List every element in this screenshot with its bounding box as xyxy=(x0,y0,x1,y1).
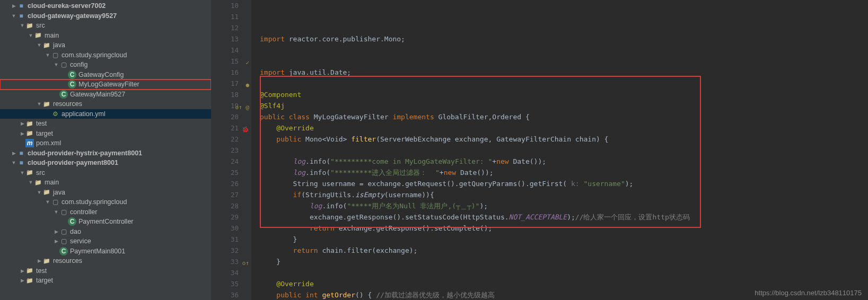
tree-arrow-icon[interactable]: ▼ xyxy=(36,190,42,195)
gutter-mark-icon: ● xyxy=(246,80,249,91)
tree-item[interactable]: ▶cloud-eureka-server7002 xyxy=(0,1,211,11)
line-number: 29 xyxy=(211,211,239,223)
tree-item[interactable]: GatewayConfig xyxy=(0,70,211,80)
line-number: 31 xyxy=(211,234,239,245)
code-line[interactable]: log.info("*********come in MyLogGateWayF… xyxy=(260,156,868,167)
tree-item[interactable]: ▼controller xyxy=(0,207,211,217)
tree-item[interactable]: ▶cloud-provider-hystrix-payment8001 xyxy=(0,148,211,158)
tree-label: dao xyxy=(70,228,81,235)
code-line[interactable]: return chain.filter(exchange); xyxy=(260,245,868,256)
tree-item[interactable]: ▼main xyxy=(0,178,211,188)
tree-item[interactable]: ▼java xyxy=(0,188,211,198)
code-line[interactable]: public Mono<Void> filter(ServerWebExchan… xyxy=(260,134,868,145)
tree-label: resources xyxy=(53,100,82,108)
line-number: 18 xyxy=(211,89,239,100)
code-line[interactable]: exchange.getResponse().setStatusCode(Htt… xyxy=(260,211,868,223)
folder-icon xyxy=(42,41,51,49)
tree-item[interactable]: ▶resources xyxy=(0,256,211,266)
tree-arrow-icon[interactable]: ▼ xyxy=(19,23,25,28)
tree-item[interactable]: PaymentController xyxy=(0,217,211,227)
tree-item[interactable]: ▼resources xyxy=(0,99,211,109)
tree-label: main xyxy=(45,32,59,39)
tree-arrow-icon[interactable]: ▼ xyxy=(53,209,59,215)
line-number: 30 xyxy=(211,223,239,234)
tree-item[interactable]: ▶dao xyxy=(0,227,211,237)
tree-item[interactable]: ▶test xyxy=(0,266,211,276)
tree-label: com.study.springcloud xyxy=(62,51,127,59)
code-line[interactable] xyxy=(260,145,868,156)
code-line[interactable] xyxy=(260,267,868,278)
code-line[interactable]: } xyxy=(260,256,868,267)
tree-item[interactable]: ▼cloud-gateway-gateway9527 xyxy=(0,11,211,21)
tree-label: java xyxy=(53,189,65,196)
tree-item[interactable]: GatewayMain9527 xyxy=(0,90,211,100)
code-editor[interactable]: 101112131415✓1617●1819o↑ @2021🐞222324252… xyxy=(211,0,868,300)
code-line[interactable]: String username = exchange.getRequest().… xyxy=(260,178,868,189)
code-line[interactable] xyxy=(260,56,868,67)
tree-arrow-icon[interactable]: ▶ xyxy=(19,278,25,283)
class-icon xyxy=(68,217,76,226)
tree-arrow-icon[interactable]: ▼ xyxy=(11,160,17,165)
tree-arrow-icon[interactable]: ▶ xyxy=(19,121,25,126)
tree-arrow-icon[interactable]: ▶ xyxy=(36,258,42,263)
tree-arrow-icon[interactable]: ▼ xyxy=(28,33,34,38)
tree-arrow-icon[interactable]: ▼ xyxy=(28,180,34,185)
code-line[interactable]: } xyxy=(260,234,868,245)
line-number: 20 xyxy=(211,111,239,122)
code-line[interactable] xyxy=(260,45,868,56)
tree-item[interactable]: ▼src xyxy=(0,21,211,31)
code-line[interactable]: @Component xyxy=(260,89,868,100)
tree-item[interactable]: ▼java xyxy=(0,40,211,50)
tree-item[interactable]: ▼main xyxy=(0,31,211,41)
tree-arrow-icon[interactable]: ▶ xyxy=(53,229,59,234)
code-line[interactable]: @Override xyxy=(260,278,868,289)
code-line[interactable]: import java.util.Date; xyxy=(260,67,868,78)
code-area[interactable]: import reactor.core.publisher.Mono;impor… xyxy=(251,0,868,300)
folder-icon xyxy=(34,31,42,40)
line-number: 23 xyxy=(211,145,239,156)
tree-item[interactable]: MyLogGatewayFilter xyxy=(0,80,211,90)
tree-arrow-icon[interactable]: ▼ xyxy=(53,62,59,67)
tree-item[interactable]: ▶target xyxy=(0,276,211,286)
tree-item[interactable]: ▶service xyxy=(0,236,211,246)
tree-arrow-icon[interactable]: ▶ xyxy=(19,131,25,136)
tree-arrow-icon[interactable]: ▶ xyxy=(11,3,17,8)
code-line[interactable]: public class MyLogGatewayFilter implemen… xyxy=(260,111,868,122)
code-line[interactable]: log.info("*********进入全局过滤器： "+new Date()… xyxy=(260,167,868,178)
tree-item[interactable]: pom.xml xyxy=(0,138,211,148)
tree-item[interactable]: ▼src xyxy=(0,168,211,178)
tree-item[interactable]: application.yml xyxy=(0,109,211,119)
tree-arrow-icon[interactable]: ▼ xyxy=(11,13,17,19)
mod-icon xyxy=(17,149,25,157)
line-number: 22 xyxy=(211,134,239,145)
folder-icon xyxy=(25,119,34,128)
tree-arrow-icon[interactable]: ▼ xyxy=(36,101,42,107)
tree-label: test xyxy=(36,267,47,275)
tree-item[interactable]: ▶target xyxy=(0,129,211,139)
line-number: 11 xyxy=(211,11,239,22)
code-line[interactable]: import reactor.core.publisher.Mono; xyxy=(260,33,868,45)
tree-item[interactable]: ▼com.study.springcloud xyxy=(0,197,211,207)
tree-item[interactable]: ▶test xyxy=(0,119,211,129)
code-line[interactable]: @Override xyxy=(260,122,868,134)
tree-item[interactable]: PaymentMain8001 xyxy=(0,246,211,257)
tree-arrow-icon[interactable]: ▼ xyxy=(45,52,51,58)
tree-arrow-icon[interactable]: ▼ xyxy=(45,199,51,205)
yml-icon xyxy=(51,110,59,118)
code-line[interactable]: if(StringUtils.isEmpty(username)){ xyxy=(260,189,868,200)
tree-arrow-icon[interactable]: ▶ xyxy=(19,268,25,273)
code-line[interactable]: log.info("*****用户名为Null 非法用户,(┬＿┬)"); xyxy=(260,200,868,211)
tree-arrow-icon[interactable]: ▶ xyxy=(11,151,17,156)
tree-arrow-icon[interactable]: ▼ xyxy=(19,170,25,175)
tree-arrow-icon[interactable]: ▼ xyxy=(36,42,42,48)
tree-item[interactable]: ▼config xyxy=(0,60,211,70)
code-line[interactable]: return exchange.getResponse().setComplet… xyxy=(260,223,868,234)
code-line[interactable] xyxy=(260,78,868,89)
tree-item[interactable]: ▼cloud-provider-payment8001 xyxy=(0,158,211,168)
tree-item[interactable]: ▼com.study.springcloud xyxy=(0,50,211,60)
tree-arrow-icon[interactable]: ▶ xyxy=(53,239,59,244)
tree-label: PaymentController xyxy=(78,218,134,225)
project-tree[interactable]: ▶cloud-eureka-server7002▼cloud-gateway-g… xyxy=(0,0,211,300)
code-line[interactable]: @Slf4j xyxy=(260,100,868,111)
line-number: 28 xyxy=(211,200,239,211)
